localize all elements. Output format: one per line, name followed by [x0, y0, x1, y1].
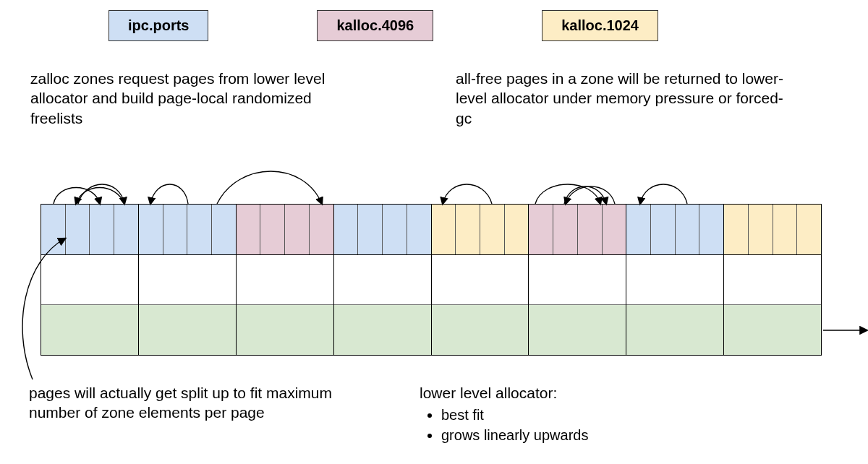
page-strip — [41, 204, 822, 356]
lower-alloc-bullet: grows linearly upwards — [441, 426, 723, 444]
lower-allocator-region — [334, 304, 431, 355]
zone-slot — [651, 205, 676, 254]
freelist-arc — [78, 184, 124, 204]
page-free-region — [724, 255, 821, 304]
zone-slot — [114, 205, 138, 254]
zone-slot — [797, 205, 821, 254]
legend-row: ipc.ports kalloc.4096 kalloc.1024 — [0, 10, 868, 41]
zone-slot — [553, 205, 578, 254]
freelist-arc — [535, 184, 600, 204]
page-free-region — [432, 255, 529, 304]
zone-slot — [456, 205, 480, 254]
slot-row — [529, 205, 626, 255]
zone-slot — [603, 205, 626, 254]
slot-row — [626, 205, 723, 255]
slot-row — [139, 205, 236, 255]
zone-slot — [699, 205, 723, 254]
zone-slot — [187, 205, 212, 254]
page-free-region — [237, 255, 333, 304]
zone-slot — [676, 205, 700, 254]
freelist-arc — [443, 184, 492, 204]
page-free-region — [529, 255, 626, 304]
zone-slot — [432, 205, 456, 254]
freelist-arc — [54, 188, 100, 205]
zone-slot — [334, 205, 359, 254]
slot-row — [41, 205, 138, 255]
lower-allocator-region — [626, 304, 723, 355]
caption-return-pages: all-free pages in a zone will be returne… — [456, 69, 796, 128]
lower-allocator-region — [529, 304, 626, 355]
freelist-arc — [217, 171, 322, 204]
zone-slot — [626, 205, 651, 254]
page-free-region — [41, 255, 138, 304]
page-free-region — [139, 255, 236, 304]
memory-page — [41, 204, 139, 356]
memory-page — [723, 204, 822, 356]
zone-slot — [749, 205, 773, 254]
zone-slot — [407, 205, 431, 254]
lower-allocator-region — [724, 304, 821, 355]
zone-slot — [310, 205, 333, 254]
memory-page — [528, 204, 626, 356]
memory-page — [138, 204, 237, 356]
lower-alloc-heading: lower level allocator: — [420, 384, 557, 401]
lower-alloc-bullet: best fit — [441, 405, 723, 424]
caption-zalloc-request: zalloc zones request pages from lower le… — [30, 69, 334, 128]
legend-ipc-ports: ipc.ports — [109, 10, 208, 41]
memory-page — [626, 204, 724, 356]
freelist-arc — [640, 184, 687, 204]
legend-kalloc-4096: kalloc.4096 — [317, 10, 433, 41]
zone-slot — [578, 205, 603, 254]
zone-slot — [773, 205, 798, 254]
page-free-region — [334, 255, 431, 304]
caption-lower-alloc: lower level allocator: best fit grows li… — [420, 383, 723, 444]
legend-kalloc-1024: kalloc.1024 — [542, 10, 658, 41]
zone-slot — [237, 205, 261, 254]
zone-slot — [505, 205, 529, 254]
memory-page — [431, 204, 529, 356]
freelist-arc — [566, 186, 615, 204]
zone-slot — [41, 205, 66, 254]
zone-slot — [260, 205, 285, 254]
memory-page — [236, 204, 334, 356]
zone-slot — [724, 205, 749, 254]
caption-page-split: pages will actually get split up to fit … — [29, 383, 347, 423]
memory-page — [333, 204, 432, 356]
lower-alloc-list: best fit grows linearly upwards — [441, 405, 723, 444]
slot-row — [237, 205, 333, 255]
zone-slot — [139, 205, 163, 254]
zone-slot — [90, 205, 114, 254]
slot-row — [724, 205, 821, 255]
zone-slot — [212, 205, 236, 254]
slot-row — [432, 205, 529, 255]
zone-slot — [480, 205, 505, 254]
zone-slot — [529, 205, 553, 254]
page-free-region — [626, 255, 723, 304]
lower-allocator-region — [139, 304, 236, 355]
lower-allocator-region — [237, 304, 333, 355]
freelist-arc — [76, 188, 124, 205]
zone-slot — [285, 205, 310, 254]
zone-slot — [383, 205, 407, 254]
zone-slot — [358, 205, 383, 254]
slot-row — [334, 205, 431, 255]
zone-slot — [66, 205, 90, 254]
zone-slot — [163, 205, 188, 254]
freelist-arc — [150, 184, 188, 204]
lower-allocator-region — [41, 304, 138, 355]
lower-allocator-region — [432, 304, 529, 355]
freelist-arc — [564, 186, 606, 204]
